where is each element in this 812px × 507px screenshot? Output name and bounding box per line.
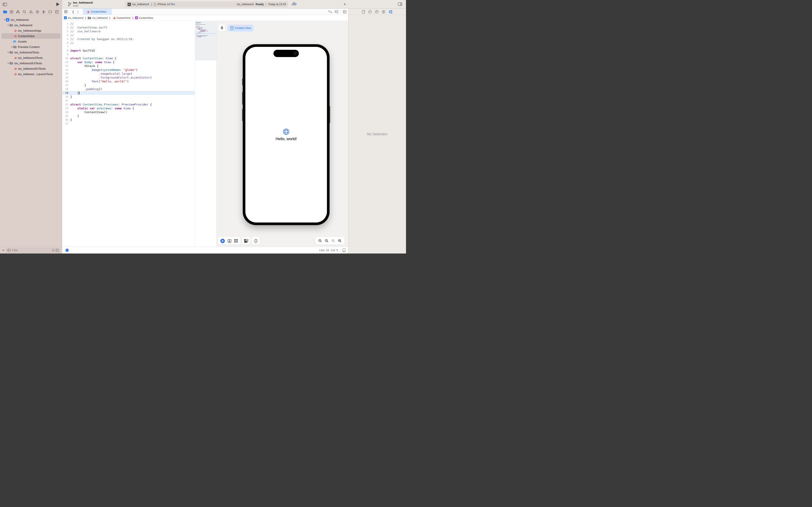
inspector-tab-file-icon[interactable] [362,10,365,13]
code-line-19[interactable]: 19 } [62,91,195,95]
code-line-5[interactable]: 5// Created by hanggao on 2023/2/18. [62,37,195,41]
code-line-26[interactable]: 26} [62,118,195,122]
editor-display-icon[interactable] [342,248,346,252]
code-line-21[interactable]: 21 [62,99,195,103]
tab-contentview[interactable]: ContentView [83,9,112,15]
navigator-tab-issues-icon[interactable] [29,10,33,14]
inspector-tab-attributes-icon[interactable] [389,10,393,13]
minimap-options-icon[interactable] [335,10,338,13]
preview-target-button[interactable]: Content View [228,25,254,32]
add-editor-icon[interactable] [343,10,346,13]
inspector-tab-accessibility-icon[interactable] [382,10,386,13]
breadcrumb-item[interactable]: ios_helloword [68,16,83,19]
tree-item-ios-hellowordtests[interactable]: ios_hellowordTests [1,50,60,55]
code-line-25[interactable]: 25 } [62,114,195,118]
zoom-fit-button[interactable] [332,239,335,243]
zoom-in-button[interactable] [338,239,342,243]
code-line-12[interactable]: 12 VStack { [62,64,195,68]
code-line-9[interactable]: 9 [62,53,195,56]
disclosure-down-icon[interactable] [7,52,9,53]
code-review-icon[interactable] [328,10,332,13]
run-button[interactable] [56,2,59,6]
source-editor[interactable]: 1//2// ContentView.swift3// ios_hellowor… [62,21,195,246]
navigator-tab-debug-icon[interactable] [42,10,46,14]
navigator-tab-tests-icon[interactable] [35,10,39,14]
live-preview-button[interactable] [220,238,225,243]
navigator-tab-reports-icon[interactable] [55,10,59,14]
tree-item-contentview[interactable]: ContentView [1,33,60,39]
scheme-selector[interactable]: A ios_helloword ❯ iPhone 14 Pro [128,3,175,6]
disclosure-right-icon[interactable] [10,46,13,48]
preview-device-button[interactable] [252,237,260,245]
code-line-11[interactable]: 11 var body: some View { [62,60,195,64]
variants-mode-button[interactable] [234,239,238,243]
forward-button[interactable]: ❯ [77,10,79,13]
tree-item-ios-helloword[interactable]: Aios_helloword [1,17,60,22]
scheme-project[interactable]: ios_helloword [132,3,149,6]
code-line-8[interactable]: 8import SwiftUI [62,49,195,53]
code-line-16[interactable]: 16 Text("Hello, world!") [62,79,195,83]
selectable-mode-button[interactable] [228,239,231,243]
editor-minimap[interactable] [195,21,216,246]
inspector-toggle-icon[interactable] [398,2,402,6]
back-button[interactable]: ❮ [72,10,74,13]
breadcrumb-item[interactable]: ios_helloword [92,16,107,19]
scm-filter-icon[interactable] [56,249,59,252]
code-line-15[interactable]: 15 .foregroundColor(.accentColor) [62,75,195,79]
code-line-20[interactable]: 20} [62,95,195,99]
breakpoints-enabled-icon[interactable] [66,249,69,252]
tree-item-ios-helloword[interactable]: ios_helloword [1,22,60,28]
code-line-22[interactable]: 22struct ContentView_Previews: PreviewPr… [62,103,195,106]
code-line-6[interactable]: 6// [62,41,195,45]
inspector-tab-quick-help-icon[interactable] [375,10,378,13]
code-line-10[interactable]: 10struct ContentView: View { [62,56,195,60]
code-line-2[interactable]: 2// ContentView.swift [62,25,195,30]
xcode-cloud-icon[interactable] [291,2,297,6]
navigator-tab-search-icon[interactable] [22,10,27,14]
code-line-1[interactable]: 1// [62,22,195,25]
navigator-tab-breakpoints-icon[interactable] [48,10,52,14]
tree-item-ios-helloworduitests[interactable]: ios_hellowordUITests [1,60,60,66]
breadcrumb-item[interactable]: ContentView [139,16,153,19]
tree-item-ios-helloworduitests[interactable]: ios_hellowordUITests [1,66,60,71]
breadcrumb-item[interactable]: ContentView [116,16,131,19]
preview-screen[interactable]: Hello, world! [245,47,327,223]
tree-item-assets[interactable]: Assets [1,39,60,44]
code-line-7[interactable]: 7 [62,45,195,49]
navigator-toggle-icon[interactable] [3,3,7,6]
zoom-out-button[interactable] [318,239,322,243]
navigator-tab-symbols-icon[interactable] [16,10,20,14]
editor-grid-icon[interactable] [64,10,67,13]
disclosure-down-icon[interactable] [3,19,6,20]
device-settings-button[interactable] [242,237,250,245]
code-line-13[interactable]: 13 Image(systemName: "globe") [62,68,195,72]
tree-item-preview-content[interactable]: Preview Content [1,44,60,50]
recent-files-icon[interactable] [52,249,55,252]
disclosure-down-icon[interactable] [7,62,9,64]
code-line-3[interactable]: 3// ios_helloword [62,30,195,33]
tree-item-ios-hellowor-launchtests[interactable]: ios_hellowor...LaunchTests [1,71,60,77]
navigator-tab-source-control-icon[interactable] [9,10,14,14]
inspector-tab-history-icon[interactable] [368,10,372,13]
code-line-23[interactable]: 23 static var previews: some View { [62,106,195,110]
col-indicator[interactable]: Col: 6 [331,249,338,252]
zoom-100-button[interactable]: 1 [325,239,328,243]
disclosure-down-icon[interactable] [7,24,9,26]
filter-field[interactable]: Filter [6,248,60,252]
pin-preview-button[interactable] [218,25,225,32]
code-line-17[interactable]: 17 } [62,83,195,87]
code-line-14[interactable]: 14 .imageScale(.large) [62,72,195,75]
code-line-24[interactable]: 24 ContentView() [62,110,195,114]
line-indicator[interactable]: Line: 19 [319,249,329,252]
code-line-27[interactable]: 27 [62,122,195,126]
tree-item-ios-hellowordapp[interactable]: ios_hellowordApp [1,28,60,33]
build-status[interactable]: ios_helloword: Ready | Today at 22:43 [237,3,286,6]
new-tab-button[interactable]: + [344,2,346,7]
folder-icon [88,16,91,19]
scheme-destination[interactable]: iPhone 14 Pro [157,3,175,6]
code-line-18[interactable]: 18 .padding() [62,87,195,91]
add-file-button[interactable]: + [2,248,4,252]
tree-item-ios-hellowordtests[interactable]: ios_hellowordTests [1,55,60,60]
code-line-4[interactable]: 4// [62,33,195,37]
navigator-tab-project-icon[interactable] [3,10,7,14]
